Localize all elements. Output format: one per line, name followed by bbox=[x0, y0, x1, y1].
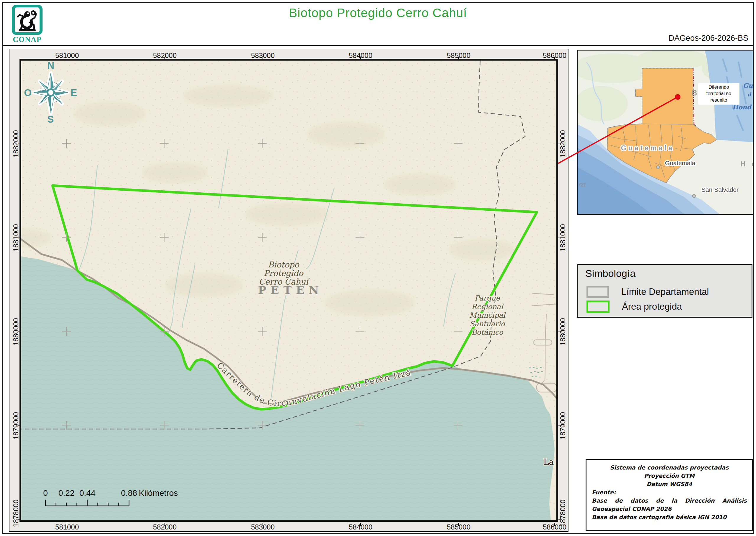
peten-label: PETÉN bbox=[258, 284, 323, 297]
legend-item-area-protegida: Área protegida bbox=[586, 301, 682, 313]
biotopo-label-line2: Protegido bbox=[264, 269, 303, 278]
main-map: Biotopo Protegido Cerro Cahuí PETÉN Parq… bbox=[19, 59, 558, 522]
source-info-box: Sistema de coordenadas proyectadas Proye… bbox=[585, 459, 753, 531]
axis-tick bbox=[558, 144, 562, 144]
axis-tick bbox=[558, 519, 562, 520]
axis-tick bbox=[554, 523, 555, 526]
biotopo-label-line1: Biotopo bbox=[268, 260, 299, 269]
inset-belize-label-partial: B bbox=[692, 88, 697, 97]
y-axis-label-left: 1878000 bbox=[12, 499, 20, 527]
inset-country-label: Guatemala bbox=[621, 144, 675, 152]
axis-tick bbox=[263, 523, 263, 526]
inset-san-salvador-label: San Salvador bbox=[701, 186, 739, 193]
scale-unit-label: Kilómetros bbox=[139, 488, 178, 498]
parque-label-line5: Botánico bbox=[471, 328, 504, 337]
fuente-label: Fuente: bbox=[592, 488, 747, 496]
parque-label-line3: Municipal bbox=[469, 311, 506, 319]
inset-sea-label-fragment-1: Gu bbox=[743, 82, 753, 89]
scale-tick-044: 0.44 bbox=[79, 488, 96, 498]
note-line2: territorial no bbox=[698, 90, 740, 97]
legend-title: Simbología bbox=[585, 268, 636, 279]
parque-label-line4: Santuario bbox=[470, 320, 505, 328]
conap-logo-text: CONAP bbox=[13, 35, 41, 44]
y-axis-label-right: 1878000 bbox=[559, 499, 567, 527]
note-line3: resuelto bbox=[698, 97, 740, 103]
legend-item-label: Límite Departamental bbox=[621, 286, 709, 297]
header-divider bbox=[2, 45, 754, 46]
axis-tick bbox=[558, 331, 562, 332]
inset-number-fragment: 721 bbox=[578, 182, 586, 187]
compass-east-label: E bbox=[71, 87, 77, 98]
parque-label-line2: Regional bbox=[471, 303, 504, 311]
inset-honduras-label-partial: H o bbox=[740, 160, 753, 168]
axis-tick bbox=[558, 238, 562, 238]
inset-san-salvador-dot bbox=[693, 194, 696, 198]
territorial-dispute-note: Diferendo territorial no resuelto bbox=[698, 83, 740, 105]
axis-tick bbox=[458, 523, 459, 526]
departmental-limit-swatch bbox=[586, 286, 609, 298]
legend-item-limite-departamental: Límite Departamental bbox=[586, 286, 709, 298]
crs-line2: Proyección GTM bbox=[592, 472, 747, 480]
compass-north-label: N bbox=[47, 61, 54, 71]
legend: Simbología Límite Departamental Área pro… bbox=[577, 264, 752, 318]
note-line1: Diferendo bbox=[698, 84, 740, 90]
inset-location-map: B Guatemala H o Guatemala San Salvador G… bbox=[577, 50, 754, 215]
axis-tick bbox=[67, 523, 67, 526]
scale-tick-0: 0 bbox=[43, 488, 48, 498]
page-title: Biotopo Protegido Cerro Cahuí bbox=[0, 6, 756, 20]
source-line1: Base de datos de la Dirección Análisis G… bbox=[592, 496, 747, 513]
axis-tick bbox=[360, 523, 361, 526]
crs-line1: Sistema de coordenadas proyectadas bbox=[592, 463, 747, 472]
map-sheet: { "header": { "title": "Biotopo Protegid… bbox=[0, 0, 756, 536]
axis-tick bbox=[558, 425, 562, 426]
inset-city-label: Guatemala bbox=[665, 159, 695, 166]
legend-item-label: Área protegida bbox=[622, 301, 682, 312]
protected-area-swatch bbox=[586, 300, 610, 313]
scale-tick-088: 0.88 bbox=[121, 488, 137, 498]
crs-line3: Datum WGS84 bbox=[592, 480, 747, 488]
source-line2: Base de datos cartografía básica IGN 201… bbox=[592, 513, 747, 521]
scale-tick-022: 0.22 bbox=[58, 488, 75, 498]
doc-code: DAGeos-206-2026-BS bbox=[669, 34, 748, 43]
place-label-partial: La bbox=[543, 457, 554, 467]
parque-label-line1: Parque bbox=[475, 294, 501, 302]
inset-guatemala-city-dot bbox=[656, 166, 660, 169]
compass-west-label: O bbox=[24, 87, 32, 98]
axis-tick bbox=[165, 523, 165, 526]
compass-south-label: S bbox=[47, 114, 54, 125]
